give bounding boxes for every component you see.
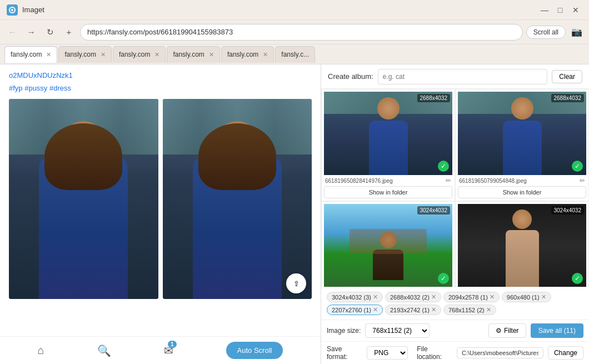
page-link[interactable]: o2MDUxNDUzNzk1 <box>9 71 312 79</box>
close-button[interactable]: ✕ <box>569 3 582 17</box>
page-image-1 <box>9 99 158 299</box>
filters-row: 3024x4032 (3) ✕ 2688x4032 (2) ✕ 2094x257… <box>321 287 589 320</box>
gallery-img-4[interactable]: 3024x4032 ✓ <box>458 204 586 287</box>
app-icon <box>7 4 18 16</box>
bottom-row: Save format: PNG JPEG WEBP File location… <box>321 341 589 364</box>
refresh-button[interactable]: ↻ <box>42 24 58 40</box>
filter-tag-6[interactable]: 768x1152 (2) ✕ <box>443 305 496 315</box>
dim-label-1: 2688x4032 <box>417 94 451 102</box>
check-circle-1: ✓ <box>438 161 449 172</box>
gallery-item-2: 2688x4032 ✓ 661819650799054848.jpeg ✏ Sh… <box>455 89 589 201</box>
filter-button[interactable]: ⚙ Filter <box>488 323 526 338</box>
filename-text-2: 661819650799054848.jpeg <box>459 178 527 184</box>
tab-2[interactable]: fansly.com ✕ <box>58 46 111 63</box>
dim-label-2: 2688x4032 <box>551 94 585 102</box>
dim-label-3: 3024x4032 <box>417 206 451 215</box>
dim-label-4: 3024x4032 <box>551 206 585 215</box>
browser-content: o2MDUxNDUzNzk1 #fyp #pussy #dress <box>0 64 321 336</box>
filter-tag-x-0[interactable]: ✕ <box>373 293 378 301</box>
filter-tag-0[interactable]: 3024x4032 (3) ✕ <box>327 292 383 302</box>
message-badge: ✉ 1 <box>164 344 173 357</box>
page-image-2: ··· ⇧ <box>163 99 312 299</box>
check-circle-4: ✓ <box>572 273 583 284</box>
check-circle-3: ✓ <box>438 273 449 284</box>
format-select[interactable]: PNG JPEG WEBP <box>367 346 408 360</box>
browser-toolbar: ← → ↻ + Scroll all 📷 <box>0 20 589 44</box>
filename-text-1: 661819650828414976.jpeg <box>325 178 393 184</box>
filter-tag-2[interactable]: 2094x2578 (1) ✕ <box>443 292 500 302</box>
new-tab-button[interactable]: + <box>61 24 77 40</box>
check-circle-2: ✓ <box>572 161 583 172</box>
filter-tag-1[interactable]: 2688x4032 (2) ✕ <box>385 292 441 302</box>
filter-tag-x-5[interactable]: ✕ <box>431 306 436 313</box>
page-tags: #fyp #pussy #dress <box>9 84 312 92</box>
tabs-bar: fansly.com ✕ fansly.com ✕ fansly.com ✕ f… <box>0 44 589 64</box>
scroll-up-button[interactable]: ⇧ <box>286 273 306 293</box>
gallery-img-3[interactable]: 3024x4032 ✓ <box>324 204 452 287</box>
svg-point-1 <box>11 9 13 11</box>
gallery-img-2[interactable]: 2688x4032 ✓ <box>458 92 586 175</box>
gallery-item-1: 2688x4032 ✓ 661819650828414976.jpeg ✏ Sh… <box>321 89 455 201</box>
tab-4[interactable]: fansly.com ✕ <box>167 46 219 63</box>
filter-tag-x-3[interactable]: ✕ <box>541 293 546 301</box>
filter-tag-x-6[interactable]: ✕ <box>486 306 491 313</box>
create-album-label: Create album: <box>328 72 373 81</box>
tab-3[interactable]: fansly.com ✕ <box>113 46 166 63</box>
gallery-img-1[interactable]: 2688x4032 ✓ <box>324 92 452 175</box>
back-button[interactable]: ← <box>4 24 20 40</box>
right-header: Create album: Clear <box>321 64 589 89</box>
auto-scroll-button[interactable]: Auto Scroll <box>226 342 283 359</box>
save-all-button[interactable]: Save all (11) <box>531 323 583 338</box>
minimize-button[interactable]: — <box>538 3 551 17</box>
forward-button[interactable]: → <box>23 24 39 40</box>
change-button[interactable]: Change <box>548 346 583 360</box>
right-panel: Create album: Clear 2688x4032 ✓ <box>321 64 589 364</box>
save-format-label: Save format: <box>327 345 362 361</box>
gallery-filename-1: 661819650828414976.jpeg ✏ <box>324 175 452 186</box>
file-location-label: File location: <box>417 345 452 361</box>
album-input[interactable] <box>378 69 548 84</box>
filter-tag-3[interactable]: 960x480 (1) ✕ <box>502 292 551 302</box>
edit-icon-1[interactable]: ✏ <box>446 177 451 185</box>
edit-icon-2[interactable]: ✏ <box>580 177 585 185</box>
tab-close-2[interactable]: ✕ <box>101 51 106 58</box>
main-layout: o2MDUxNDUzNzk1 #fyp #pussy #dress <box>0 64 589 364</box>
tab-close-3[interactable]: ✕ <box>154 51 159 58</box>
show-folder-btn-1[interactable]: Show in folder <box>324 186 452 198</box>
search-button[interactable]: 🔍 <box>97 344 111 357</box>
filter-tag-x-2[interactable]: ✕ <box>490 293 495 301</box>
file-location-input[interactable] <box>457 347 543 358</box>
url-bar[interactable] <box>80 24 523 41</box>
tab-close-5[interactable]: ✕ <box>263 51 268 58</box>
filter-tag-x-1[interactable]: ✕ <box>431 293 436 301</box>
tab-6[interactable]: fansly.c... <box>275 46 315 63</box>
app-title: Imaget <box>22 6 44 14</box>
tab-5[interactable]: fansly.com ✕ <box>221 46 274 63</box>
tab-close-1[interactable]: ✕ <box>46 51 51 58</box>
image-size-label: Image size: <box>327 327 361 335</box>
gallery-grid: 2688x4032 ✓ 661819650828414976.jpeg ✏ Sh… <box>321 89 589 287</box>
extension-button[interactable]: 📷 <box>569 24 585 40</box>
home-button[interactable]: ⌂ <box>38 344 44 357</box>
gallery-item-4: 3024x4032 ✓ <box>455 201 589 287</box>
filter-tag-4[interactable]: 2207x2760 (1) ✕ <box>327 305 383 315</box>
filter-tag-5[interactable]: 2193x2742 (1) ✕ <box>385 305 441 315</box>
controls-row: Image size: 768x1152 (2) 3024x4032 (3) 2… <box>321 320 589 341</box>
filter-label: Filter <box>504 327 519 335</box>
tab-close-4[interactable]: ✕ <box>209 51 214 58</box>
filter-tag-x-4[interactable]: ✕ <box>373 306 378 313</box>
title-bar: Imaget — □ ✕ <box>0 0 589 20</box>
image-size-select[interactable]: 768x1152 (2) 3024x4032 (3) 2688x4032 (2) <box>365 323 430 338</box>
filter-icon: ⚙ <box>496 327 502 335</box>
browser-bottom: ⌂ 🔍 ✉ 1 Auto Scroll <box>0 336 321 364</box>
images-grid: ··· ⇧ <box>9 99 312 299</box>
maximize-button[interactable]: □ <box>553 3 567 17</box>
gallery-filename-2: 661819650799054848.jpeg ✏ <box>458 175 586 186</box>
badge-count: 1 <box>168 341 177 348</box>
gallery-item-3: 3024x4032 ✓ <box>321 201 455 287</box>
scroll-all-button[interactable]: Scroll all <box>526 26 566 39</box>
clear-button[interactable]: Clear <box>552 70 582 83</box>
show-folder-btn-2[interactable]: Show in folder <box>458 186 586 198</box>
tab-1[interactable]: fansly.com ✕ <box>4 46 57 63</box>
